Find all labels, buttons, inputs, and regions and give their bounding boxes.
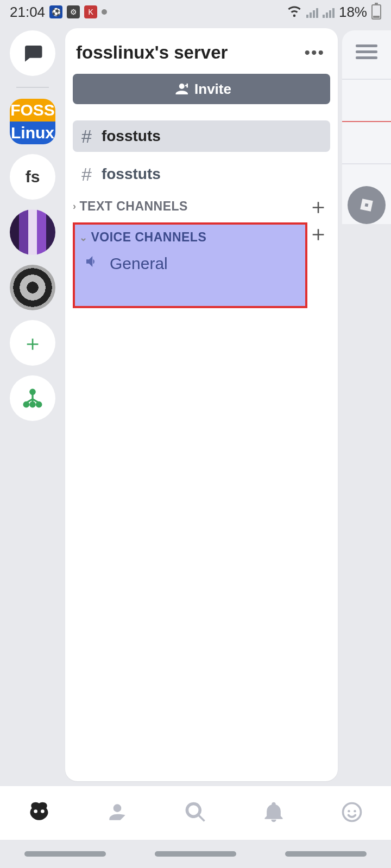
- member-avatar[interactable]: [348, 186, 386, 224]
- voice-channel-general[interactable]: General: [75, 246, 305, 281]
- voice-channel-name: General: [110, 254, 168, 273]
- chevron-right-icon: ›: [73, 201, 77, 212]
- nav-search[interactable]: [184, 800, 207, 826]
- signal-icon-2: [323, 6, 335, 18]
- server-fosslinux-label-bottom: Linux: [10, 122, 55, 144]
- category-text-channels[interactable]: › TEXT CHANNELS ＋: [73, 190, 330, 219]
- server-title: fosslinux's server: [76, 42, 228, 63]
- home-pill[interactable]: [155, 851, 236, 857]
- server-pixel-grey[interactable]: [10, 265, 55, 310]
- server-fosslinux-label-top: FOSS: [10, 99, 55, 122]
- channel-name: fosstuts: [102, 127, 161, 145]
- text-channel-fosstuts-selected[interactable]: # fosstuts: [73, 120, 330, 152]
- category-voice-label: VOICE CHANNELS: [91, 230, 207, 245]
- hash-icon: #: [81, 164, 92, 185]
- status-time: 21:04: [10, 4, 45, 21]
- nav-home[interactable]: [27, 800, 51, 826]
- category-voice-channels[interactable]: ⌄ VOICE CHANNELS: [75, 229, 305, 246]
- category-voice-channels-row: ⌄ VOICE CHANNELS General ＋: [73, 219, 330, 310]
- server-rail: FOSS Linux fs ＋: [0, 26, 65, 786]
- svg-point-2: [30, 403, 35, 407]
- direct-messages-button[interactable]: [10, 30, 55, 76]
- svg-point-7: [348, 809, 350, 812]
- add-text-channel-button[interactable]: ＋: [307, 195, 329, 217]
- status-left: 21:04 ⚽ ⚙ K: [10, 4, 107, 21]
- svg-point-0: [30, 390, 35, 394]
- chevron-down-icon: ⌄: [79, 232, 88, 244]
- members-toggle-icon[interactable]: [356, 44, 377, 59]
- wifi-icon: [287, 3, 302, 22]
- text-channel-fosstuts[interactable]: # fosstuts: [73, 158, 330, 190]
- invite-person-icon: [172, 81, 188, 97]
- right-panel-peek[interactable]: [342, 30, 391, 224]
- recents-pill[interactable]: [24, 851, 106, 857]
- add-voice-channel-button[interactable]: ＋: [307, 222, 329, 244]
- right-sliver: [342, 26, 391, 786]
- nav-notifications[interactable]: [262, 800, 286, 826]
- server-pixel-purple[interactable]: [10, 209, 55, 255]
- signal-icon-1: [306, 6, 318, 18]
- android-system-nav: [0, 840, 391, 868]
- svg-rect-5: [365, 203, 369, 207]
- invite-button-label: Invite: [194, 81, 231, 98]
- invite-button[interactable]: Invite: [73, 74, 330, 104]
- rail-separator: [16, 87, 49, 88]
- tray-app-icon-2: ⚙: [67, 5, 80, 18]
- channel-panel: fosslinux's server ••• Invite # fosstuts…: [65, 28, 338, 781]
- server-more-icon[interactable]: •••: [304, 43, 325, 62]
- panel-header[interactable]: fosslinux's server •••: [73, 40, 330, 74]
- add-server-button[interactable]: ＋: [10, 320, 55, 366]
- speaker-icon: [84, 253, 100, 273]
- voice-channels-highlight: ⌄ VOICE CHANNELS General: [73, 222, 307, 308]
- tray-app-icon-3: K: [84, 5, 97, 18]
- status-battery-percent: 18%: [339, 4, 367, 21]
- tray-app-icon-1: ⚽: [49, 5, 62, 18]
- server-fs[interactable]: fs: [10, 154, 55, 200]
- right-divider-accent: [342, 121, 391, 122]
- svg-point-3: [37, 403, 41, 407]
- discover-hub-button[interactable]: [10, 375, 55, 421]
- right-divider: [342, 163, 391, 164]
- nav-friends[interactable]: [105, 800, 129, 826]
- svg-point-6: [343, 803, 361, 821]
- category-text-label: TEXT CHANNELS: [80, 199, 188, 214]
- status-right: 18%: [287, 3, 381, 22]
- back-pill[interactable]: [285, 851, 367, 857]
- status-bar: 21:04 ⚽ ⚙ K 18%: [0, 0, 391, 24]
- right-divider: [342, 79, 391, 80]
- server-fs-label: fs: [26, 168, 40, 186]
- nav-profile[interactable]: [340, 800, 364, 826]
- plus-icon: ＋: [22, 328, 43, 358]
- bottom-nav: [0, 786, 391, 840]
- hash-icon: #: [81, 126, 92, 147]
- channel-name: fosstuts: [102, 165, 161, 183]
- svg-point-8: [354, 809, 356, 812]
- battery-icon: [371, 4, 381, 20]
- svg-point-1: [24, 403, 28, 407]
- tray-overflow-dot: [102, 9, 107, 15]
- server-fosslinux-selected[interactable]: FOSS Linux: [10, 99, 55, 144]
